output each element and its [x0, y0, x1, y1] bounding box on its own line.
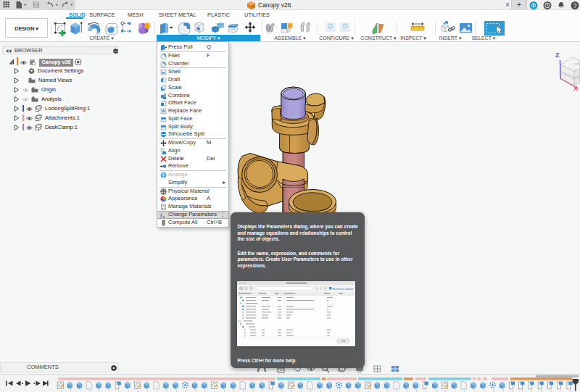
svg-text:Z: Z — [555, 51, 560, 59]
svg-text:x: x — [162, 214, 165, 218]
svg-text:OK: OK — [341, 340, 345, 343]
svg-text:?: ? — [573, 2, 577, 9]
svg-text:Automatic Update: Automatic Update — [333, 288, 354, 291]
svg-text:X: X — [573, 85, 578, 92]
